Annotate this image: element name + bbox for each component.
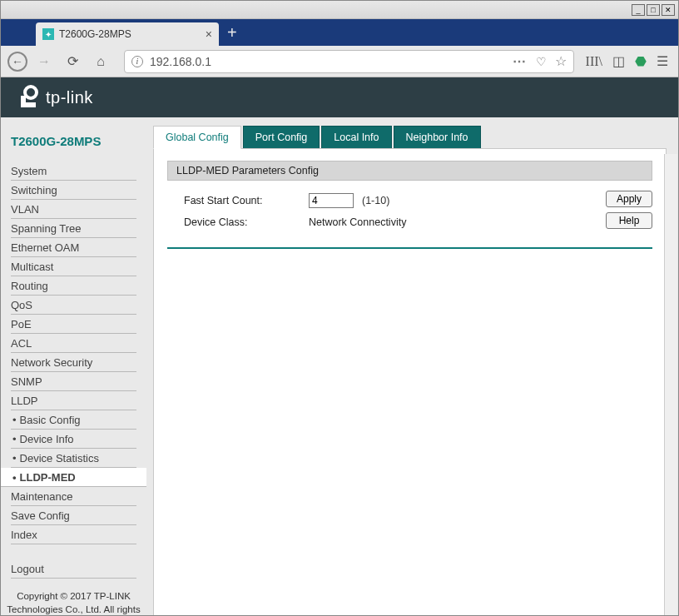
nav-subitem-basic-config[interactable]: •Basic Config [11, 410, 136, 430]
nav-item-routing[interactable]: Routing [11, 276, 136, 296]
help-button[interactable]: Help [606, 212, 652, 229]
url-bar[interactable]: i 192.168.0.1 ⋯ ♡ ☆ [124, 50, 574, 73]
svg-point-0 [25, 87, 37, 98]
browser-tab[interactable]: ✦ T2600G-28MPS × [36, 22, 219, 46]
reload-button[interactable]: ⟳ [61, 50, 84, 73]
menu-icon[interactable]: ☰ [657, 53, 668, 69]
value-device-class: Network Connectivity [309, 216, 406, 228]
nav-item-snmp[interactable]: SNMP [11, 372, 136, 391]
shield-down-icon[interactable]: ♡ [536, 55, 547, 68]
home-button[interactable]: ⌂ [89, 50, 112, 73]
window-maximize-button[interactable]: □ [647, 4, 660, 16]
nav-item-save-config[interactable]: Save Config [11, 506, 136, 525]
sidebar: T2600G-28MPS System Switching VLAN Spann… [1, 117, 146, 616]
row-fast-start: Fast Start Count: (1-10) [184, 189, 594, 212]
nav-item-spanning-tree[interactable]: Spanning Tree [11, 219, 136, 238]
brand-text: tp-link [46, 88, 93, 107]
form-area: Fast Start Count: (1-10) Device Class: N… [167, 181, 652, 249]
content-panel: LLDP-MED Parameters Config Fast Start Co… [153, 149, 667, 616]
nav-item-system[interactable]: System [11, 161, 136, 181]
nav-item-switching[interactable]: Switching [11, 181, 136, 200]
nav-subitem-lldp-med[interactable]: •LLDP-MED [1, 468, 146, 487]
browser-tabbar: ✦ T2600G-28MPS × + [1, 19, 678, 46]
url-text: 192.168.0.1 [150, 55, 211, 68]
window-minimize-button[interactable]: _ [632, 4, 645, 16]
nav-item-vlan[interactable]: VLAN [11, 200, 136, 219]
svg-rect-1 [21, 96, 26, 107]
copyright-text: Copyright © 2017 TP-LINK Technologies Co… [1, 579, 146, 616]
browser-toolbar: ← → ⟳ ⌂ i 192.168.0.1 ⋯ ♡ ☆ III\ ◫ ⬣ ☰ [1, 46, 678, 77]
nav-item-multicast[interactable]: Multicast [11, 257, 136, 276]
tab-favicon-icon: ✦ [42, 28, 54, 40]
forward-button[interactable]: → [32, 50, 56, 73]
tplink-logo-icon [16, 85, 41, 110]
row-device-class: Device Class: Network Connectivity [184, 212, 594, 232]
new-tab-button[interactable]: + [219, 23, 245, 46]
nav-item-logout[interactable]: Logout [11, 559, 136, 579]
tab-local-info[interactable]: Local Info [321, 126, 391, 148]
brand-logo: tp-link [16, 85, 93, 110]
main-area: Global Config Port Config Local Info Nei… [146, 117, 678, 616]
content-tabs: Global Config Port Config Local Info Nei… [153, 126, 667, 149]
nav-item-qos[interactable]: QoS [11, 296, 136, 315]
nav-group-main: System Switching VLAN Spanning Tree Ethe… [1, 161, 146, 544]
library-icon[interactable]: III\ [586, 54, 602, 69]
nav-item-index[interactable]: Index [11, 525, 136, 544]
tab-neighbor-info[interactable]: Neighbor Info [394, 126, 481, 148]
nav-subitem-device-info[interactable]: •Device Info [11, 430, 136, 449]
bookmark-star-icon[interactable]: ☆ [555, 53, 567, 69]
vertical-scrollbar[interactable] [664, 154, 677, 616]
nav-item-lldp[interactable]: LLDP [11, 391, 136, 410]
page: tp-link T2600G-28MPS System Switching VL… [1, 77, 678, 616]
close-icon[interactable]: × [206, 27, 212, 41]
protection-shield-icon[interactable]: ⬣ [635, 53, 647, 69]
tab-title: T2600G-28MPS [59, 28, 131, 40]
nav-item-maintenance[interactable]: Maintenance [11, 487, 136, 506]
nav-item-acl[interactable]: ACL [11, 334, 136, 353]
more-icon[interactable]: ⋯ [513, 53, 528, 69]
tab-port-config[interactable]: Port Config [243, 126, 320, 148]
nav-item-poe[interactable]: PoE [11, 315, 136, 334]
site-info-icon[interactable]: i [131, 56, 143, 67]
sidebar-toggle-icon[interactable]: ◫ [612, 53, 625, 69]
back-button[interactable]: ← [7, 52, 27, 72]
nav-item-network-security[interactable]: Network Security [11, 353, 136, 372]
nav-item-ethernet-oam[interactable]: Ethernet OAM [11, 238, 136, 257]
page-header: tp-link [1, 77, 678, 117]
label-fast-start: Fast Start Count: [184, 195, 309, 206]
section-title: LLDP-MED Parameters Config [167, 161, 652, 181]
window-titlebar: _ □ ✕ [1, 1, 678, 19]
input-fast-start[interactable] [309, 193, 354, 208]
window-close-button[interactable]: ✕ [662, 4, 675, 16]
label-device-class: Device Class: [184, 216, 309, 228]
svg-rect-2 [26, 102, 36, 107]
hint-fast-start: (1-10) [362, 195, 389, 206]
tab-global-config[interactable]: Global Config [153, 126, 241, 149]
nav-subitem-device-statistics[interactable]: •Device Statistics [11, 449, 136, 468]
apply-button[interactable]: Apply [606, 191, 652, 207]
device-model: T2600G-28MPS [1, 127, 146, 161]
